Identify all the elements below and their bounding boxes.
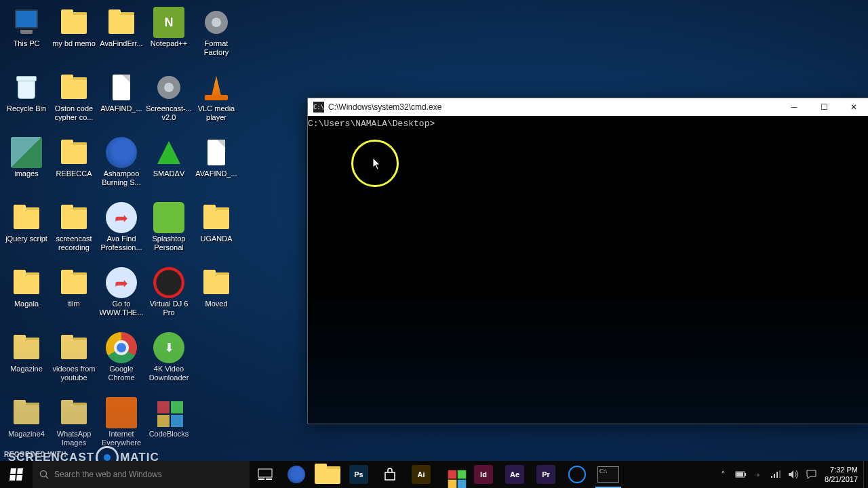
taskbar[interactable]: Search the web and Windows PsAiIdAePrC:\… (0, 461, 868, 488)
desktop-icon-internet-everywhere[interactable]: Internet Everywhere (98, 394, 145, 460)
screencast-icon (568, 466, 586, 483)
desktop-icon-label: Internet Everywhere (98, 430, 145, 447)
cmd-body[interactable]: C:\Users\NAMALA\Desktop> (308, 116, 868, 424)
folder-icon (58, 72, 90, 103)
taskbar-file-explorer[interactable] (312, 461, 343, 488)
desktop-icon-format-factory[interactable]: Format Factory (193, 4, 240, 69)
desktop[interactable]: This PCmy bd memoAvaFindErr...Notepad++F… (0, 0, 868, 488)
desktop-icon-avafinderr[interactable]: AvaFindErr... (98, 4, 145, 69)
taskbar-office[interactable] (437, 461, 468, 488)
desktop-icon-uganda[interactable]: UGANDA (193, 199, 240, 264)
desktop-icon-label: This PC (12, 39, 40, 48)
gear-icon (153, 72, 184, 103)
network-icon[interactable] (770, 469, 781, 480)
chrome-icon (106, 332, 137, 363)
taskbar-edge[interactable] (281, 461, 312, 488)
desktop-icon-label: images (14, 169, 39, 178)
desktop-icon-moved[interactable]: Moved (193, 264, 240, 329)
desktop-icon-jquery-script[interactable]: jQuery script (3, 199, 50, 264)
arrow-icon (106, 267, 137, 298)
desktop-icon-go-to-www-the[interactable]: Go to WWW.THE... (98, 264, 145, 329)
taskbar-clock[interactable]: 7:32 PM 8/21/2017 (822, 461, 863, 488)
desktop-icon-this-pc[interactable]: This PC (3, 4, 50, 69)
green-tri-icon (153, 137, 184, 168)
close-button[interactable]: ✕ (839, 98, 868, 116)
desktop-icon-label: 4K Video Downloader (145, 365, 193, 382)
dk4-icon (153, 332, 184, 363)
desktop-icon-magazine[interactable]: Magazine (3, 329, 50, 394)
doc-icon (106, 72, 137, 103)
taskbar-after-effects[interactable]: Ae (499, 461, 530, 488)
cmd-icon: C:\ (597, 466, 619, 483)
desktop-icon-images[interactable]: images (3, 134, 50, 199)
desktop-icon-notepad[interactable]: Notepad++ (145, 4, 193, 69)
task-view-icon (258, 468, 273, 481)
desktop-icon-avafind[interactable]: AVAFIND_... (98, 69, 145, 134)
taskbar-premiere[interactable]: Pr (530, 461, 561, 488)
folder-icon (58, 202, 90, 233)
desktop-icon-google-chrome[interactable]: Google Chrome (98, 329, 145, 394)
desktop-icon-4k-video-downloader[interactable]: 4K Video Downloader (145, 329, 193, 394)
desktop-icon-recycle-bin[interactable]: Recycle Bin (3, 69, 50, 134)
premiere-icon: Pr (536, 465, 555, 484)
desktop-icon-my-bd-memo[interactable]: my bd memo (50, 4, 98, 69)
taskbar-task-view[interactable] (250, 461, 281, 488)
taskbar-illustrator[interactable]: Ai (406, 461, 437, 488)
cmd-titlebar[interactable]: C:\ C:\Windows\system32\cmd.exe ─ ☐ ✕ (308, 98, 868, 116)
folder-icon (201, 267, 232, 298)
start-button[interactable] (0, 461, 33, 488)
svg-rect-6 (745, 473, 746, 476)
desktop-icon-smad-v[interactable]: SMADΔV (145, 134, 193, 199)
desktop-icon-virtual-dj-6-pro[interactable]: Virtual DJ 6 Pro (145, 264, 193, 329)
indesign-icon: Id (474, 465, 493, 484)
desktop-icon-label: tiim (67, 300, 80, 308)
svg-rect-10 (776, 472, 778, 478)
clock-date: 8/21/2017 (825, 474, 858, 484)
desktop-icon-videoes-from-youtube[interactable]: videoes from youtube (50, 329, 98, 394)
svg-rect-4 (266, 479, 272, 480)
desktop-icon-label: videoes from youtube (50, 365, 98, 382)
illustrator-icon: Ai (412, 465, 431, 484)
cb-icon (153, 397, 184, 428)
battery-icon[interactable] (735, 469, 746, 480)
desktop-icon-ashampoo-burning-s[interactable]: Ashampoo Burning S... (98, 134, 145, 199)
desktop-icon-ava-find-profession[interactable]: Ava Find Profession... (98, 199, 145, 264)
desktop-icon-label: Notepad++ (150, 39, 188, 48)
taskbar-cmd[interactable]: C:\ (593, 461, 624, 488)
desktop-icon-avafind[interactable]: AVAFIND_... (193, 134, 240, 199)
desktop-icon-splashtop-personal[interactable]: Splashtop Personal (145, 199, 193, 264)
desktop-icon-whatsapp-images[interactable]: WhatsApp Images (50, 394, 98, 460)
action-center-icon[interactable] (806, 469, 816, 480)
maximize-button[interactable]: ☐ (809, 98, 839, 116)
volume-icon[interactable] (788, 469, 799, 480)
taskbar-indesign[interactable]: Id (468, 461, 499, 488)
photoshop-icon: Ps (349, 465, 368, 484)
minimize-button[interactable]: ─ (779, 98, 809, 116)
taskbar-spacer (624, 461, 712, 488)
sq-orange-icon (106, 397, 137, 428)
desktop-icon-tiim[interactable]: tiim (50, 264, 98, 329)
taskbar-photoshop[interactable]: Ps (343, 461, 374, 488)
desktop-icon-magala[interactable]: Magala (3, 264, 50, 329)
system-tray[interactable]: ˄ ◦ (712, 461, 822, 488)
tray-app-icon[interactable]: ◦ (753, 469, 764, 480)
desktop-icon-screencast-recording[interactable]: screencast recording (50, 199, 98, 264)
taskbar-screencast[interactable] (561, 461, 593, 488)
taskbar-search[interactable]: Search the web and Windows (33, 461, 250, 488)
desktop-icon-magazine4[interactable]: Magazine4 (3, 394, 50, 460)
bin-icon (11, 72, 42, 103)
arrow-icon (106, 202, 137, 233)
monitor-icon (11, 7, 42, 38)
taskbar-store[interactable] (374, 461, 406, 488)
desktop-icon-rebecca[interactable]: REBECCA (50, 134, 98, 199)
show-desktop-button[interactable] (863, 461, 868, 488)
doc-icon (201, 137, 232, 168)
desktop-icon-codeblocks[interactable]: CodeBlocks (145, 394, 193, 460)
tray-overflow-icon[interactable]: ˄ (717, 469, 728, 480)
desktop-icon-screencast-v2-0[interactable]: Screencast-... v2.0 (145, 69, 193, 134)
folder-icon (58, 267, 90, 298)
svg-point-0 (41, 471, 47, 477)
desktop-icon-vlc-media-player[interactable]: VLC media player (193, 69, 240, 134)
cmd-window[interactable]: C:\ C:\Windows\system32\cmd.exe ─ ☐ ✕ C:… (307, 98, 868, 424)
desktop-icon-oston-code-cypher-co[interactable]: Oston code cypher co... (50, 69, 98, 134)
